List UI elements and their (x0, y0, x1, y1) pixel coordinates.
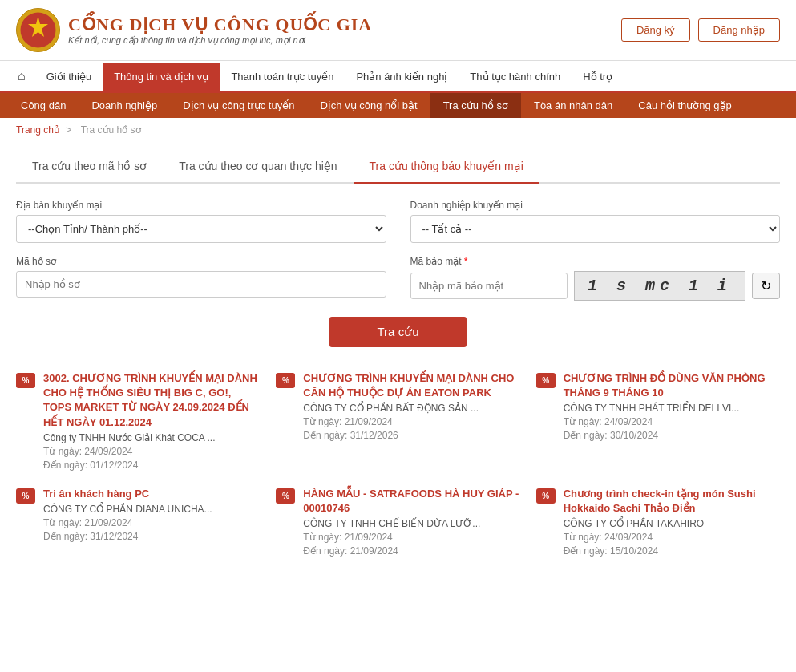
badge-icon: % (16, 373, 35, 388)
badge-icon: % (276, 488, 295, 504)
card-to-date: Đến ngày: 01/12/2024 (43, 459, 260, 471)
captcha-refresh-button[interactable]: ↻ (752, 273, 780, 299)
nav-item-hotro[interactable]: Hỗ trợ (572, 63, 624, 91)
search-button-wrap: Tra cứu (16, 317, 780, 347)
main-content: Tra cứu theo mã hồ sơ Tra cứu theo cơ qu… (0, 142, 796, 581)
label-mabaomat: Mã bảo mật * (410, 256, 781, 267)
card-title[interactable]: Chương trình check-in tặng món Sushi Hok… (564, 487, 780, 516)
subnav-congdan[interactable]: Công dân (8, 93, 79, 118)
card-content: 3002. CHƯƠNG TRÌNH KHUYẾN MẠI DÀNH CHO H… (43, 371, 260, 471)
nav-item-thongtin[interactable]: Thông tin và dịch vụ (103, 63, 220, 91)
home-icon[interactable]: ⌂ (8, 61, 35, 91)
card-title[interactable]: CHƯƠNG TRÌNH KHUYẾN MẠI DÀNH CHO CĂN HỘ … (303, 371, 519, 400)
logo-area: CỔNG DỊCH VỤ CÔNG QUỐC GIA Kết nối, cung… (16, 8, 372, 52)
card-to-date: Đến ngày: 21/09/2024 (303, 545, 519, 557)
badge-icon: % (16, 488, 35, 504)
subnav-dichvunoibat[interactable]: Dịch vụ công nổi bật (307, 93, 430, 118)
nav-item-phananh[interactable]: Phản ánh kiến nghị (345, 63, 459, 91)
card-title[interactable]: HÀNG MẪU - SATRAFOODS HÀ HUY GIÁP - 0001… (303, 487, 519, 516)
breadcrumb-separator: > (66, 124, 71, 136)
subnav-toaan[interactable]: Tòa án nhân dân (521, 93, 625, 118)
card-content: CHƯƠNG TRÌNH KHUYẾN MẠI DÀNH CHO CĂN HỘ … (303, 371, 519, 441)
site-title: CỔNG DỊCH VỤ CÔNG QUỐC GIA (68, 14, 372, 35)
result-card: % 3002. CHƯƠNG TRÌNH KHUYẾN MẠI DÀNH CHO… (16, 371, 260, 471)
required-marker: * (464, 256, 468, 267)
search-button[interactable]: Tra cứu (329, 317, 467, 347)
subnav-tracuu[interactable]: Tra cứu hồ sơ (430, 93, 521, 118)
tab-khuyenmai[interactable]: Tra cứu thông báo khuyến mại (354, 150, 539, 184)
subnav-cauhoi[interactable]: Câu hỏi thường gặp (625, 93, 745, 118)
input-mahoso[interactable] (16, 271, 386, 298)
logo-text: CỔNG DỊCH VỤ CÔNG QUỐC GIA Kết nối, cung… (68, 14, 372, 46)
search-form: Địa bàn khuyến mại --Chọn Tỉnh/ Thành ph… (16, 200, 780, 301)
card-to-date: Đến ngày: 31/12/2026 (303, 430, 519, 441)
card-from-date: Từ ngày: 24/09/2024 (43, 446, 260, 457)
card-from-date: Từ ngày: 24/09/2024 (564, 532, 780, 543)
tab-coquan[interactable]: Tra cứu theo cơ quan thực hiện (163, 150, 353, 184)
label-diaban: Địa bàn khuyến mại (16, 200, 386, 211)
field-diabankhuyenmai: Địa bàn khuyến mại --Chọn Tỉnh/ Thành ph… (16, 200, 386, 243)
card-company: CÔNG TY CỔ PHẦN BẤT ĐỘNG SẢN ... (303, 403, 519, 414)
label-doanhnghiep: Doanh nghiệp khuyến mại (410, 200, 781, 211)
card-to-date: Đến ngày: 31/12/2024 (43, 531, 212, 542)
results-grid: % 3002. CHƯƠNG TRÌNH KHUYẾN MẠI DÀNH CHO… (16, 371, 780, 557)
breadcrumb: Trang chủ > Tra cứu hồ sơ (0, 118, 796, 142)
card-to-date: Đến ngày: 30/10/2024 (564, 430, 780, 441)
field-mahoso: Mã hồ sơ (16, 256, 386, 301)
card-content: Tri ân khách hàng PC CÔNG TY CỔ PHẦN DIA… (43, 487, 212, 542)
badge-icon: % (276, 373, 295, 388)
captcha-row: 1 s mc 1 i ↻ (410, 271, 781, 301)
nav-item-thutuc[interactable]: Thủ tục hành chính (459, 63, 572, 91)
label-mahoso: Mã hồ sơ (16, 256, 386, 267)
result-card: % CHƯƠNG TRÌNH KHUYẾN MẠI DÀNH CHO CĂN H… (276, 371, 519, 471)
header: CỔNG DỊCH VỤ CÔNG QUỐC GIA Kết nối, cung… (0, 0, 796, 61)
card-from-date: Từ ngày: 21/09/2024 (43, 517, 212, 528)
result-card: % Chương trình check-in tặng món Sushi H… (536, 487, 780, 557)
header-buttons: Đăng ký Đăng nhập (621, 18, 780, 42)
card-company: CÔNG TY CỔ PHẦN TAKAHIRO (564, 518, 780, 529)
result-card: % CHƯƠNG TRÌNH ĐỒ DÙNG VĂN PHÒNG THÁNG 9… (536, 371, 780, 471)
tab-list: Tra cứu theo mã hồ sơ Tra cứu theo cơ qu… (16, 150, 780, 184)
captcha-image: 1 s mc 1 i (574, 271, 745, 301)
top-nav: ⌂ Giới thiệu Thông tin và dịch vụ Thanh … (0, 61, 796, 93)
breadcrumb-home[interactable]: Trang chủ (16, 124, 60, 136)
subnav-dichvucong[interactable]: Dịch vụ công trực tuyến (170, 93, 307, 118)
card-from-date: Từ ngày: 21/09/2024 (303, 416, 519, 427)
card-from-date: Từ ngày: 21/09/2024 (303, 532, 519, 543)
field-doanhnghiepkhuyenmai: Doanh nghiệp khuyến mại -- Tất cả -- (410, 200, 781, 243)
nav-item-gioithieu[interactable]: Giới thiệu (35, 63, 103, 91)
select-diaban[interactable]: --Chọn Tỉnh/ Thành phố-- (16, 215, 386, 243)
site-subtitle: Kết nối, cung cấp thông tin và dịch vụ c… (68, 35, 372, 46)
card-company: CÔNG TY CỔ PHẦN DIANA UNICHA... (43, 504, 212, 515)
card-content: Chương trình check-in tặng món Sushi Hok… (564, 487, 780, 557)
breadcrumb-current: Tra cứu hồ sơ (81, 124, 141, 136)
card-content: HÀNG MẪU - SATRAFOODS HÀ HUY GIÁP - 0001… (303, 487, 519, 557)
nav-item-thanhtoan[interactable]: Thanh toán trực tuyến (220, 63, 345, 91)
result-card: % HÀNG MẪU - SATRAFOODS HÀ HUY GIÁP - 00… (276, 487, 519, 557)
badge-icon: % (536, 373, 556, 388)
card-company: Công ty TNHH Nước Giải Khát COCA ... (43, 432, 260, 443)
subnav-doanhnghiep[interactable]: Doanh nghiệp (79, 93, 170, 118)
result-card: % Tri ân khách hàng PC CÔNG TY CỔ PHẦN D… (16, 487, 260, 557)
card-company: CÔNG TY TNHH CHẾ BIẾN DỪA LƯỠ... (303, 518, 519, 529)
card-title[interactable]: Tri ân khách hàng PC (43, 487, 212, 501)
emblem-icon (16, 8, 60, 52)
tab-mahoso[interactable]: Tra cứu theo mã hồ sơ (16, 150, 163, 184)
login-button[interactable]: Đăng nhập (698, 18, 780, 42)
register-button[interactable]: Đăng ký (621, 18, 690, 42)
sub-nav: Công dân Doanh nghiệp Dịch vụ công trực … (0, 93, 796, 118)
card-to-date: Đến ngày: 15/10/2024 (564, 545, 780, 557)
card-from-date: Từ ngày: 24/09/2024 (564, 416, 780, 427)
card-content: CHƯƠNG TRÌNH ĐỒ DÙNG VĂN PHÒNG THÁNG 9 T… (564, 371, 780, 441)
card-company: CÔNG TY TNHH PHÁT TRIỂN DELI VI... (564, 403, 780, 414)
input-mabaomat[interactable] (410, 273, 568, 299)
select-doanhnghiep[interactable]: -- Tất cả -- (410, 215, 781, 243)
card-title[interactable]: 3002. CHƯƠNG TRÌNH KHUYẾN MẠI DÀNH CHO H… (43, 371, 260, 430)
badge-icon: % (536, 488, 556, 504)
field-mabaomat: Mã bảo mật * 1 s mc 1 i ↻ (410, 256, 781, 301)
card-title[interactable]: CHƯƠNG TRÌNH ĐỒ DÙNG VĂN PHÒNG THÁNG 9 T… (564, 371, 780, 400)
